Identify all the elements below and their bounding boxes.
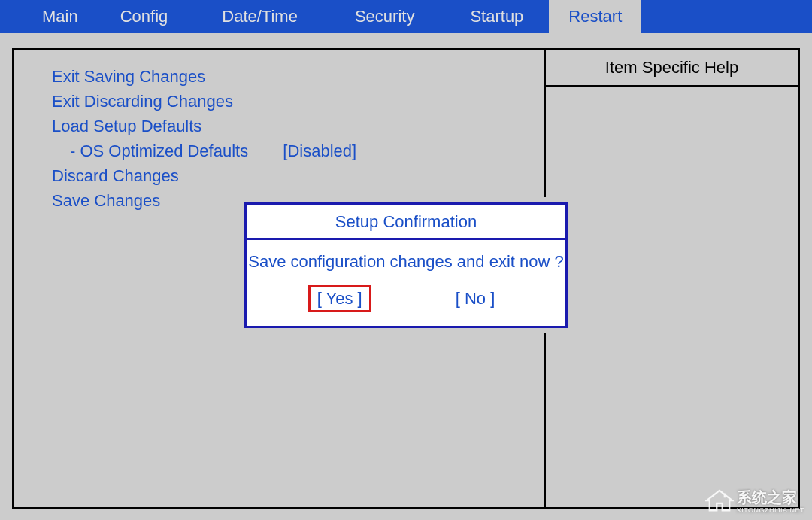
menu-os-optimized-label: - OS Optimized Defaults [70,141,248,160]
menu-discard-changes[interactable]: Discard Changes [52,166,506,186]
svg-rect-0 [723,493,726,497]
bios-tab-bar: Main Config Date/Time Security Startup R… [0,0,812,33]
setup-confirmation-dialog: Setup Confirmation Save configuration ch… [244,202,568,328]
dialog-no-button[interactable]: [ No ] [447,285,504,312]
menu-exit-discarding-changes[interactable]: Exit Discarding Changes [52,92,506,111]
watermark-text: 系统之家 [737,489,797,506]
tab-restart[interactable]: Restart [549,0,641,33]
tab-security[interactable]: Security [325,0,444,33]
menu-load-setup-defaults[interactable]: Load Setup Defaults [52,117,506,136]
menu-os-optimized-defaults[interactable]: - OS Optimized Defaults [Disabled] [52,141,506,161]
tab-main[interactable]: Main [0,0,104,33]
help-panel: Item Specific Help [544,50,798,507]
help-panel-header: Item Specific Help [546,50,798,87]
dialog-yes-button[interactable]: [ Yes ] [308,285,371,312]
house-icon [705,489,734,513]
watermark-url: XITONGZHIJIA.NET [737,506,804,514]
menu-exit-saving-changes[interactable]: Exit Saving Changes [52,67,506,87]
dialog-buttons: [ Yes ] [ No ] [247,285,565,326]
dialog-title: Setup Confirmation [247,205,565,240]
tab-datetime[interactable]: Date/Time [195,0,325,33]
tab-config[interactable]: Config [104,0,195,33]
menu-os-optimized-value: [Disabled] [283,141,356,161]
tab-startup[interactable]: Startup [444,0,549,33]
watermark: 系统之家 XITONGZHIJIA.NET [705,488,804,514]
dialog-message: Save configuration changes and exit now … [247,240,565,285]
